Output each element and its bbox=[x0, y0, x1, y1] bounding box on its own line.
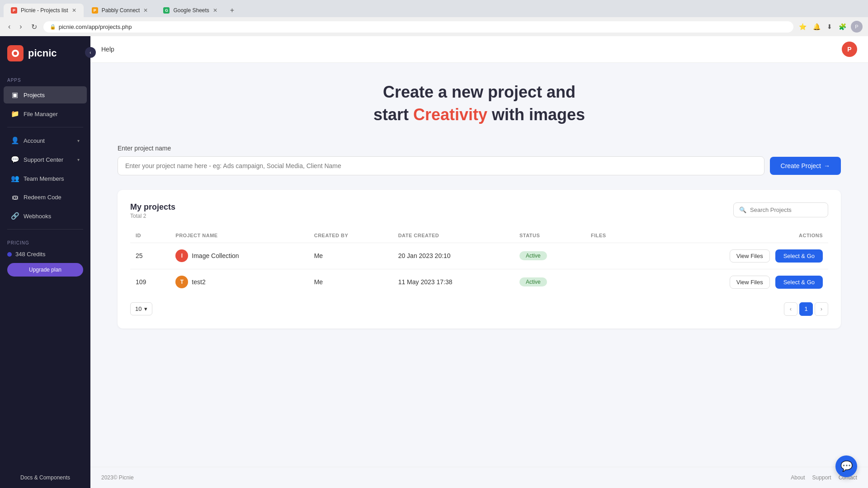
row2-id: 109 bbox=[130, 269, 170, 295]
projects-total: Total 2 bbox=[130, 213, 175, 219]
user-avatar[interactable]: P bbox=[842, 42, 857, 57]
sidebar: picnic ‹ APPS ▣ Projects 📁 File Manager … bbox=[0, 36, 90, 488]
hero-line2-end: with images bbox=[487, 105, 585, 124]
sidebar-item-account[interactable]: 👤 Account ▾ bbox=[4, 132, 87, 149]
sidebar-support-label: Support Center bbox=[24, 156, 73, 163]
chat-bubble-button[interactable]: 💬 bbox=[835, 455, 857, 477]
projects-title: My projects bbox=[130, 202, 175, 212]
footer-about-link[interactable]: About bbox=[791, 474, 805, 481]
sidebar-redeem-label: Redeem Code bbox=[24, 194, 80, 201]
account-icon: 👤 bbox=[11, 136, 19, 145]
table-row: 109 T test2 Me 11 May 2023 17:38 Active bbox=[130, 269, 828, 295]
lock-icon: 🔒 bbox=[50, 24, 56, 30]
pagination-next-button[interactable]: › bbox=[815, 302, 828, 316]
sidebar-item-redeem[interactable]: 🎟 Redeem Code bbox=[4, 189, 87, 206]
support-icon: 💬 bbox=[11, 155, 19, 164]
col-id: ID bbox=[130, 228, 170, 243]
sidebar-item-file-manager[interactable]: 📁 File Manager bbox=[4, 105, 87, 122]
row1-select-go-button[interactable]: Select & Go bbox=[775, 249, 823, 263]
forward-button[interactable]: › bbox=[17, 21, 24, 33]
col-name: PROJECT NAME bbox=[170, 228, 308, 243]
tab-close-picnie[interactable]: ✕ bbox=[72, 7, 76, 14]
logo-icon bbox=[7, 45, 24, 61]
address-bar: ‹ › ↻ 🔒 picnie.com/app/projects.php ⭐ 🔔 … bbox=[0, 17, 868, 36]
row1-name: Image Collection bbox=[192, 252, 239, 259]
sidebar-item-projects[interactable]: ▣ Projects bbox=[4, 86, 87, 103]
url-box[interactable]: 🔒 picnie.com/app/projects.php bbox=[43, 21, 793, 33]
upgrade-plan-button[interactable]: Upgrade plan bbox=[7, 263, 83, 277]
logo-text: picnic bbox=[28, 47, 57, 59]
tab-close-sheets[interactable]: ✕ bbox=[213, 7, 217, 14]
extension-icon-2[interactable]: 🔔 bbox=[811, 21, 822, 32]
tab-close-pabbly[interactable]: ✕ bbox=[143, 7, 148, 14]
sidebar-item-team[interactable]: 👥 Team Members bbox=[4, 170, 87, 187]
row1-name-cell: I Image Collection bbox=[170, 243, 308, 269]
hero-line2-start: start bbox=[373, 105, 413, 124]
tab-title-sheets: Google Sheets bbox=[173, 7, 209, 14]
sidebar-collapse-button[interactable]: ‹ bbox=[85, 47, 96, 58]
create-project-button[interactable]: Create Project → bbox=[770, 157, 841, 175]
pricing-section: PRICING 348 Credits Upgrade plan bbox=[0, 235, 90, 282]
create-project-arrow: → bbox=[824, 162, 830, 169]
per-page-chevron-icon: ▾ bbox=[144, 305, 147, 312]
app-wrapper: picnic ‹ APPS ▣ Projects 📁 File Manager … bbox=[0, 0, 868, 488]
refresh-button[interactable]: ↻ bbox=[28, 21, 40, 33]
per-page-select[interactable]: 10 ▾ bbox=[130, 302, 152, 315]
tab-picnie[interactable]: P Picnie - Projects list ✕ bbox=[4, 4, 84, 17]
projects-icon: ▣ bbox=[11, 91, 19, 99]
sidebar-webhooks-label: Webhooks bbox=[24, 213, 80, 220]
row2-select-go-button[interactable]: Select & Go bbox=[775, 276, 823, 289]
row1-date: 20 Jan 2023 20:10 bbox=[393, 243, 514, 269]
table-footer: 10 ▾ ‹ 1 › bbox=[130, 302, 828, 316]
pagination-page-1-button[interactable]: 1 bbox=[799, 302, 813, 316]
project-name-input[interactable] bbox=[118, 156, 764, 175]
sidebar-item-webhooks[interactable]: 🔗 Webhooks bbox=[4, 207, 87, 225]
docs-components-button[interactable]: Docs & Components bbox=[7, 474, 83, 481]
row2-created-by: Me bbox=[309, 269, 393, 295]
footer: 2023© Picnie About Support Contact bbox=[90, 467, 868, 488]
tab-sheets[interactable]: G Google Sheets ✕ bbox=[156, 4, 224, 17]
new-tab-button[interactable]: + bbox=[226, 4, 239, 17]
projects-table: ID PROJECT NAME CREATED BY DATE CREATED … bbox=[130, 228, 828, 295]
team-icon: 👥 bbox=[11, 174, 19, 183]
col-date: DATE CREATED bbox=[393, 228, 514, 243]
pagination-prev-button[interactable]: ‹ bbox=[784, 302, 797, 316]
row1-project-icon: I bbox=[175, 249, 188, 262]
extension-icon-1[interactable]: ⭐ bbox=[797, 21, 808, 32]
col-files: FILES bbox=[585, 228, 634, 243]
credits-dot bbox=[7, 252, 12, 257]
sidebar-item-support[interactable]: 💬 Support Center ▾ bbox=[4, 151, 87, 168]
webhooks-icon: 🔗 bbox=[11, 212, 19, 220]
project-form: Enter project name Create Project → bbox=[118, 145, 841, 175]
row1-actions-cell: View Files Select & Go bbox=[634, 243, 828, 269]
back-button[interactable]: ‹ bbox=[5, 21, 13, 33]
hero-highlight: Creativity bbox=[413, 105, 487, 124]
search-input[interactable] bbox=[750, 206, 822, 213]
row1-status-cell: Active bbox=[514, 243, 585, 269]
pagination: ‹ 1 › bbox=[784, 302, 828, 316]
top-bar: Help P bbox=[90, 36, 868, 63]
svg-point-2 bbox=[14, 52, 17, 55]
sidebar-footer: Docs & Components bbox=[0, 467, 90, 488]
tab-favicon-sheets: G bbox=[163, 7, 170, 14]
sidebar-account-label: Account bbox=[24, 137, 73, 144]
row2-files-cell bbox=[585, 269, 634, 295]
row2-project-icon: T bbox=[175, 276, 188, 288]
table-header: ID PROJECT NAME CREATED BY DATE CREATED … bbox=[130, 228, 828, 243]
credits-row: 348 Credits bbox=[7, 249, 83, 259]
help-link[interactable]: Help bbox=[101, 46, 114, 53]
extension-icon-3[interactable]: ⬇ bbox=[825, 21, 834, 32]
footer-support-link[interactable]: Support bbox=[812, 474, 831, 481]
row2-view-files-button[interactable]: View Files bbox=[730, 276, 770, 289]
row1-view-files-button[interactable]: View Files bbox=[730, 249, 770, 263]
row2-name: test2 bbox=[192, 278, 205, 286]
col-actions: ACTIONS bbox=[634, 228, 828, 243]
apps-section-label: APPS bbox=[0, 70, 90, 85]
projects-card: My projects Total 2 🔍 ID PROJECT NAME CR… bbox=[118, 190, 841, 328]
tab-pabbly[interactable]: P Pabbly Connect ✕ bbox=[85, 4, 156, 17]
projects-search-box[interactable]: 🔍 bbox=[733, 202, 828, 217]
sidebar-divider-1 bbox=[7, 127, 83, 127]
col-created-by: CREATED BY bbox=[309, 228, 393, 243]
extension-icon-4[interactable]: 🧩 bbox=[837, 21, 848, 32]
browser-profile[interactable]: P bbox=[851, 21, 863, 33]
